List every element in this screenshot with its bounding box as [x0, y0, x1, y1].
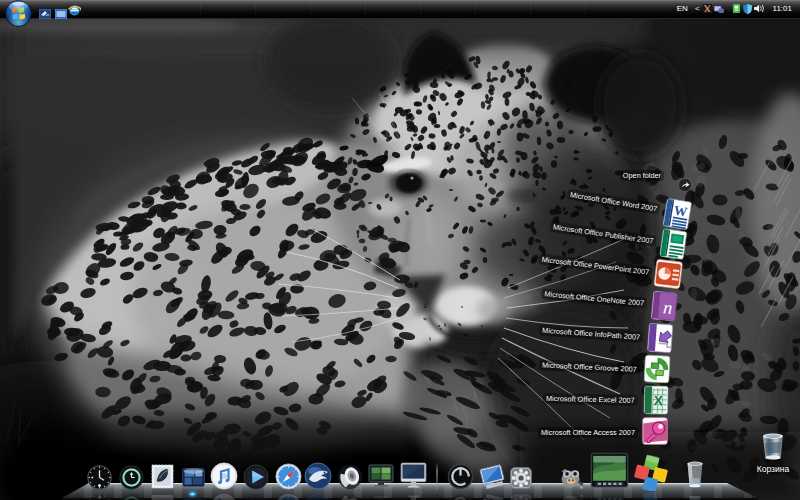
- svg-text:n: n: [662, 297, 673, 318]
- svg-text:X: X: [653, 392, 663, 408]
